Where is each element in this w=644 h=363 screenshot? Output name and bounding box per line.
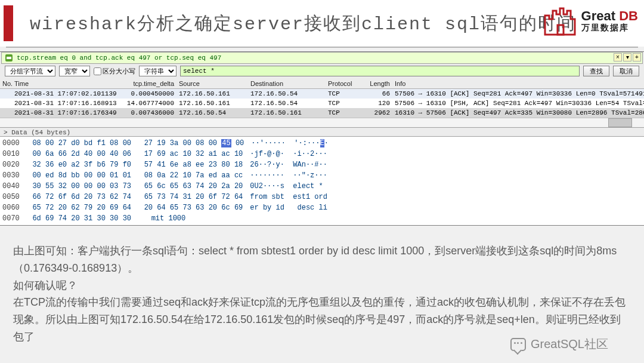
svg-rect-0 [558, 25, 564, 35]
filter-icon [5, 54, 13, 62]
brand-logo: Great DB 万里数据库 [542, 5, 638, 38]
decor-red-bar [4, 5, 13, 41]
col-delta[interactable]: tcp.time_delta [117, 79, 177, 88]
packet-list-header: No. Time tcp.time_delta Source Destinati… [0, 78, 644, 89]
display-filter-bar[interactable]: × ▾ + [1, 52, 643, 64]
divider-line [6, 47, 638, 48]
scroll-thumb[interactable] [608, 118, 632, 127]
slide-header: wireshark分析之确定server接收到client sql语句的时间 G… [0, 0, 644, 47]
filter-apply-icon[interactable]: + [633, 53, 641, 61]
packet-list[interactable]: No. Time tcp.time_delta Source Destinati… [0, 78, 644, 127]
col-length[interactable]: Length [363, 79, 392, 88]
horizontal-scrollbar[interactable] [0, 118, 644, 127]
watermark-text: GreatSQL社区 [531, 336, 608, 352]
hex-row[interactable]: 0010 00 6a 66 2d 40 00 40 06 17 69 ac 10… [2, 149, 642, 159]
watermark: GreatSQL社区 [510, 336, 608, 352]
hex-row[interactable]: 0060 65 72 20 62 79 20 69 64 20 64 65 73… [2, 202, 642, 213]
col-time[interactable]: Time [12, 79, 117, 88]
hex-row[interactable]: 0020 32 36 e0 a2 3f b6 79 f0 57 41 6e a8… [2, 159, 642, 170]
search-scope-select[interactable]: 分组字节流 [5, 66, 55, 76]
castle-icon [542, 5, 578, 38]
filter-dropdown-icon[interactable]: ▾ [623, 53, 631, 61]
display-filter-input[interactable] [15, 54, 641, 61]
search-width-select[interactable]: 宽窄 [59, 66, 90, 76]
search-type-select[interactable]: 字符串 [139, 66, 177, 76]
explain-line-2: 如何确认呢？ [13, 277, 631, 294]
packet-row[interactable]: 2021-08-31 17:07:16.16891314.06777400017… [0, 99, 644, 108]
col-info[interactable]: Info [392, 79, 644, 88]
case-sensitive-checkbox[interactable]: 区分大小写 [94, 67, 135, 76]
hex-row[interactable]: 0030 00 ed 8d bb 00 00 01 01 08 0a 22 10… [2, 170, 642, 181]
slide-title: wireshark分析之确定server接收到client sql语句的时间 [30, 11, 576, 36]
wireshark-panel: × ▾ + 分组字节流 宽窄 区分大小写 字符串 查找 取消 No. Time … [0, 51, 644, 226]
svg-rect-2 [7, 57, 11, 59]
packet-row[interactable]: 2021-08-31 17:07:02.1011390.000450000172… [0, 89, 644, 99]
logo-text: Great DB 万里数据库 [581, 10, 638, 33]
find-button[interactable]: 查找 [583, 66, 609, 76]
hex-row[interactable]: 0000 08 00 27 d0 bd f1 08 00 27 19 3a 00… [2, 138, 642, 149]
hex-pane[interactable]: 0000 08 00 27 d0 bd f1 08 00 27 19 3a 00… [0, 136, 644, 225]
case-sensitive-label: 区分大小写 [103, 67, 135, 76]
col-source[interactable]: Source [177, 79, 248, 88]
find-toolbar: 分组字节流 宽窄 区分大小写 字符串 查找 取消 [0, 64, 644, 78]
explain-line-1: 由上图可知：客户端执行一条sql语句：select * from sbtest1… [13, 242, 631, 277]
col-protocol[interactable]: Protocol [326, 79, 363, 88]
search-input[interactable] [180, 66, 580, 76]
col-destination[interactable]: Destination [248, 79, 326, 88]
detail-pane-summary: > Data (54 bytes) [0, 127, 644, 136]
col-no[interactable]: No. [0, 79, 12, 88]
case-sensitive-input[interactable] [94, 67, 101, 75]
wechat-icon [510, 338, 526, 351]
hex-row[interactable]: 0050 66 72 6f 6d 20 73 62 74 65 73 74 31… [2, 192, 642, 202]
hex-row[interactable]: 0070 6d 69 74 20 31 30 30 30 mit 1000 [2, 213, 642, 224]
cancel-button[interactable]: 取消 [613, 66, 639, 76]
explanation-text: 由上图可知：客户端执行一条sql语句：select * from sbtest1… [0, 226, 644, 352]
clear-filter-icon[interactable]: × [614, 53, 622, 61]
hex-row[interactable]: 0040 30 55 32 00 00 00 03 73 65 6c 65 63… [2, 181, 642, 192]
packet-row[interactable]: 2021-08-31 17:07:16.1763490.007436000172… [0, 108, 644, 118]
